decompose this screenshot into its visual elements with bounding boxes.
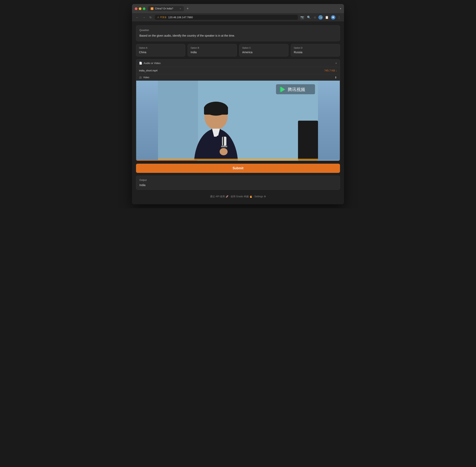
browser-extensions: 📷 🔍 ☆ 🎭 📋 铭 ⋮ — [300, 15, 341, 20]
traffic-lights — [135, 7, 145, 10]
extension-copy-icon[interactable]: 📋 — [324, 15, 329, 20]
output-section: Output India — [136, 176, 340, 190]
svg-rect-13 — [223, 137, 224, 146]
option-a-label: Option A — [139, 47, 182, 49]
svg-text:腾讯视频: 腾讯视频 — [288, 87, 305, 92]
search-icon[interactable]: 🔍 — [306, 15, 311, 20]
video-player[interactable]: 腾讯视频 — [136, 81, 340, 161]
video-label: 🎥 Video — [139, 76, 149, 79]
svg-rect-14 — [298, 121, 318, 161]
option-b-label: Option B — [191, 47, 234, 49]
option-b-value: India — [191, 51, 234, 54]
svg-rect-12 — [221, 146, 227, 147]
question-section: Qusetion Based on the given audio, ident… — [136, 26, 340, 41]
back-button[interactable]: ← — [135, 15, 140, 20]
option-c-card: Option C America — [239, 44, 288, 56]
question-label: Qusetion — [139, 29, 337, 32]
file-upload-title: 📄 Audio or Video — [139, 62, 161, 65]
video-section-header: 🎥 Video ⬇ — [136, 74, 340, 81]
output-label: Output — [139, 179, 337, 182]
page-content: Qusetion Based on the given audio, ident… — [132, 21, 344, 204]
tab-title: China? Or India? — [155, 7, 173, 10]
file-info-row: india_short.mp4 745.7 KB ↓ — [136, 67, 340, 74]
video-camera-icon: 🎥 — [139, 76, 142, 79]
nav-bar: ← → ↻ ⚠ 不安全 120.48.108.147:7860 📷 🔍 ☆ 🎭 … — [132, 13, 344, 21]
option-a-value: China — [139, 51, 182, 54]
tab-bar: ✦ China? Or India? × + — [148, 6, 338, 11]
file-name-text: india_short.mp4 — [139, 69, 158, 72]
bookmark-icon[interactable]: ☆ — [313, 15, 317, 20]
options-grid: Option A China Option B India Option C A… — [136, 44, 340, 56]
file-upload-header: 📄 Audio or Video × — [136, 59, 340, 67]
security-warning: ⚠ 不安全 — [157, 16, 167, 19]
output-value: India — [139, 183, 337, 187]
close-button[interactable] — [135, 7, 138, 10]
svg-rect-5 — [204, 107, 228, 115]
option-b-card: Option B India — [188, 44, 237, 56]
submit-button[interactable]: Submit — [136, 164, 340, 173]
svg-rect-11 — [222, 137, 226, 146]
option-c-label: Option C — [242, 47, 285, 49]
tab-favicon: ✦ — [150, 7, 153, 10]
file-upload-section: 📄 Audio or Video × india_short.mp4 745.7… — [136, 59, 340, 161]
video-progress-fill — [136, 160, 197, 161]
video-frame: 腾讯视频 — [136, 81, 340, 161]
forward-button[interactable]: → — [142, 15, 146, 20]
svg-point-10 — [220, 148, 228, 155]
tab-close-button[interactable]: × — [180, 7, 181, 10]
user-avatar[interactable]: 铭 — [331, 15, 335, 20]
video-download-button[interactable]: ⬇ — [335, 76, 337, 79]
file-upload-close-button[interactable]: × — [335, 61, 337, 65]
extension-avatar-1[interactable]: 🎭 — [318, 15, 323, 20]
active-tab[interactable]: ✦ China? Or India? × — [148, 6, 184, 11]
maximize-button[interactable] — [143, 7, 145, 10]
address-bar[interactable]: ⚠ 不安全 120.48.108.147:7860 — [155, 15, 298, 20]
file-download-link[interactable]: 745.7 KB ↓ — [324, 69, 337, 72]
video-progress-bar — [136, 160, 340, 161]
question-text: Based on the given audio, identify the c… — [139, 34, 337, 38]
new-tab-button[interactable]: + — [185, 7, 190, 11]
more-menu-button[interactable]: ⋮ — [337, 15, 341, 20]
video-content: 腾讯视频 — [136, 81, 340, 161]
page-footer: 通过 API 使用 🚀 · 使用 Gradio 构建 🔥 · Settings … — [136, 194, 340, 198]
screenshot-icon[interactable]: 📷 — [300, 15, 305, 20]
minimize-button[interactable] — [139, 7, 141, 10]
refresh-button[interactable]: ↻ — [148, 15, 153, 20]
option-c-value: America — [242, 51, 285, 54]
svg-rect-1 — [158, 81, 198, 161]
tab-dropdown-button[interactable]: ▾ — [340, 7, 341, 10]
option-d-value: Russia — [294, 51, 337, 54]
file-document-icon: 📄 — [139, 62, 142, 65]
option-d-label: Option D — [294, 47, 337, 49]
option-a-card: Option A China — [136, 44, 185, 56]
url-text: 120.48.108.147:7860 — [168, 16, 193, 19]
option-d-card: Option D Russia — [291, 44, 340, 56]
